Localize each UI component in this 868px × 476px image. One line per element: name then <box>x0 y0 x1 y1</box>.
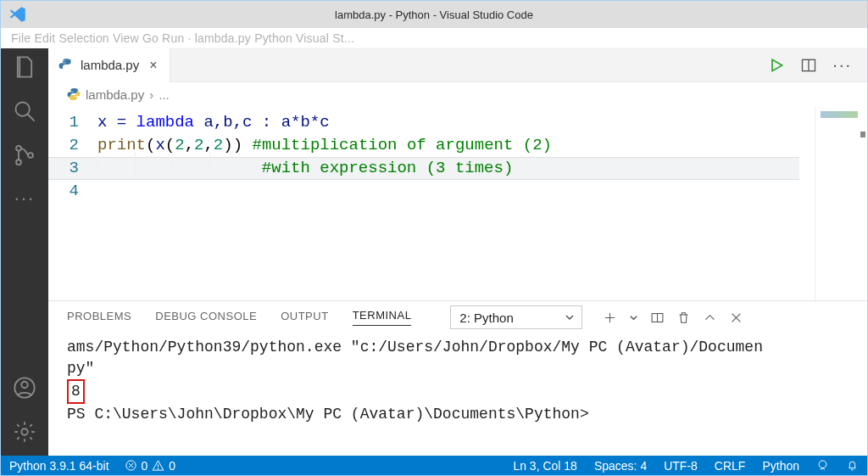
titlebar: lambda.py - Python - Visual Studio Code <box>1 1 867 28</box>
menubar-items[interactable]: File Edit Selection View Go Run · lambda… <box>11 31 354 45</box>
chevron-down-icon <box>565 312 575 322</box>
status-problems[interactable]: 0 0 <box>125 459 176 473</box>
activity-bar: ··· <box>1 48 48 456</box>
split-editor-icon[interactable] <box>800 57 817 74</box>
tab-close-icon[interactable]: × <box>149 58 157 73</box>
svg-point-4 <box>28 153 33 158</box>
vscode-window: lambda.py - Python - Visual Studio Code … <box>0 0 868 476</box>
svg-point-8 <box>63 59 64 60</box>
terminal-dropdown-icon[interactable] <box>629 313 638 322</box>
menubar[interactable]: File Edit Selection View Go Run · lambda… <box>1 28 867 48</box>
close-panel-icon[interactable] <box>729 311 743 325</box>
editor-tabs: lambda.py × ··· <box>48 48 867 82</box>
status-bar: Python 3.9.1 64-bit 0 0 Ln 3, Col 18 Spa… <box>1 456 867 475</box>
minimap[interactable] <box>815 106 867 300</box>
new-terminal-icon[interactable] <box>603 311 617 325</box>
status-bell-icon[interactable] <box>846 459 859 472</box>
terminal-line: py" <box>67 358 854 379</box>
terminal-output[interactable]: ams/Python/Python39/python.exe "c:/Users… <box>48 333 867 456</box>
status-lncol[interactable]: Ln 3, Col 18 <box>513 459 577 473</box>
svg-point-2 <box>16 146 21 151</box>
svg-point-3 <box>16 160 21 165</box>
tab-lambda-py[interactable]: lambda.py × <box>48 48 170 82</box>
code-line-2[interactable]: print(x(2,2,2)) #multiplication of argum… <box>97 134 815 157</box>
code-editor[interactable]: 1 2 3 4 x = lambda a,b,c : a*b*c print(x… <box>48 106 867 300</box>
panel-tabs: PROBLEMS DEBUG CONSOLE OUTPUT TERMINAL 2… <box>48 301 867 333</box>
code-line-3[interactable]: #with expression (3 times) <box>97 157 815 180</box>
status-python-interpreter[interactable]: Python 3.9.1 64-bit <box>9 459 109 473</box>
code-line-1[interactable]: x = lambda a,b,c : a*b*c <box>97 111 815 134</box>
terminal-prompt[interactable]: PS C:\Users\John\Dropbox\My PC (Avatar)\… <box>67 404 854 425</box>
window-title: lambda.py - Python - Visual Studio Code <box>335 8 533 21</box>
status-feedback-icon[interactable] <box>816 459 829 472</box>
tab-problems[interactable]: PROBLEMS <box>67 310 131 326</box>
tab-debug-console[interactable]: DEBUG CONSOLE <box>155 310 257 326</box>
trash-icon[interactable] <box>676 311 691 325</box>
svg-point-0 <box>16 103 30 116</box>
svg-point-21 <box>158 468 159 469</box>
status-encoding[interactable]: UTF-8 <box>664 459 698 473</box>
svg-point-22 <box>819 461 826 468</box>
status-language[interactable]: Python <box>762 459 799 473</box>
line-gutter: 1 2 3 4 <box>48 106 97 300</box>
terminal-result: 8 <box>67 379 854 404</box>
settings-gear-icon[interactable] <box>13 420 36 447</box>
code-line-4[interactable] <box>97 180 815 203</box>
search-icon[interactable] <box>13 99 36 126</box>
terminal-selector[interactable]: 2: Python <box>450 305 581 329</box>
svg-line-1 <box>28 115 35 121</box>
chevron-up-icon[interactable] <box>703 311 717 325</box>
status-spaces[interactable]: Spaces: 4 <box>594 459 647 473</box>
lineno: 1 <box>48 111 79 134</box>
accounts-icon[interactable] <box>13 376 36 403</box>
lineno: 4 <box>48 180 79 203</box>
breadcrumb-sep: › <box>149 87 153 102</box>
editor-area: lambda.py × ··· lambda.py › ... <box>48 48 867 456</box>
breadcrumb-file: lambda.py <box>86 87 144 102</box>
error-icon <box>125 459 137 472</box>
breadcrumb[interactable]: lambda.py › ... <box>48 82 867 106</box>
python-file-icon <box>67 87 81 101</box>
svg-point-6 <box>21 382 27 388</box>
editor-more-icon[interactable]: ··· <box>832 55 852 75</box>
tab-terminal[interactable]: TERMINAL <box>353 309 412 326</box>
breadcrumb-tail: ... <box>159 87 170 102</box>
lineno: 2 <box>48 134 79 157</box>
tab-label: lambda.py <box>81 58 139 72</box>
source-control-icon[interactable] <box>13 143 36 171</box>
more-icon[interactable]: ··· <box>14 188 35 210</box>
status-eol[interactable]: CRLF <box>715 459 746 473</box>
python-file-icon <box>58 58 74 73</box>
editor-actions: ··· <box>768 55 867 75</box>
split-terminal-icon[interactable] <box>650 311 665 325</box>
run-icon[interactable] <box>768 57 785 74</box>
main-body: ··· lambda.py × <box>1 48 867 456</box>
tab-output[interactable]: OUTPUT <box>281 310 328 326</box>
code-content[interactable]: x = lambda a,b,c : a*b*c print(x(2,2,2))… <box>97 106 815 300</box>
svg-point-7 <box>21 428 27 434</box>
terminal-line: ams/Python/Python39/python.exe "c:/Users… <box>67 337 854 358</box>
warning-icon <box>152 459 164 472</box>
terminal-selector-label: 2: Python <box>459 311 513 325</box>
explorer-icon[interactable] <box>13 55 36 82</box>
bottom-panel: PROBLEMS DEBUG CONSOLE OUTPUT TERMINAL 2… <box>48 300 867 456</box>
vscode-logo-icon <box>9 6 26 23</box>
